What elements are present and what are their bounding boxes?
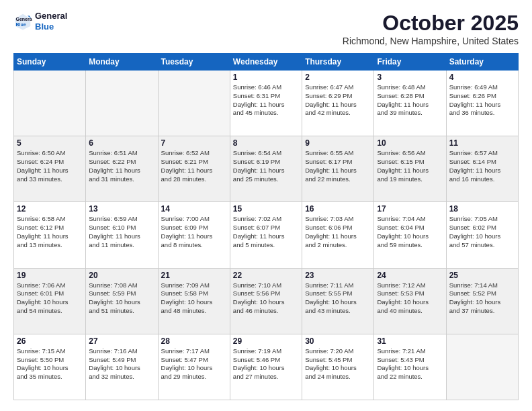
day-number: 24 xyxy=(377,271,443,280)
table-row xyxy=(86,71,158,136)
day-info: Sunrise: 6:52 AM Sunset: 6:21 PM Dayligh… xyxy=(161,149,227,183)
day-number: 14 xyxy=(161,204,227,214)
day-info: Sunrise: 7:00 AM Sunset: 6:09 PM Dayligh… xyxy=(161,215,227,249)
day-number: 29 xyxy=(233,336,299,346)
day-info: Sunrise: 6:56 AM Sunset: 6:15 PM Dayligh… xyxy=(377,149,443,183)
day-info: Sunrise: 6:48 AM Sunset: 6:28 PM Dayligh… xyxy=(377,83,443,118)
day-info: Sunrise: 7:16 AM Sunset: 5:49 PM Dayligh… xyxy=(89,347,154,381)
day-info: Sunrise: 6:49 AM Sunset: 6:26 PM Dayligh… xyxy=(449,83,515,118)
calendar-week-row: 1Sunrise: 6:46 AM Sunset: 6:31 PM Daylig… xyxy=(14,71,519,136)
day-number: 26 xyxy=(17,336,83,346)
day-number: 25 xyxy=(449,271,515,280)
day-info: Sunrise: 7:02 AM Sunset: 6:07 PM Dayligh… xyxy=(233,215,299,249)
table-row: 29Sunrise: 7:19 AM Sunset: 5:46 PM Dayli… xyxy=(230,334,302,400)
day-info: Sunrise: 7:14 AM Sunset: 5:52 PM Dayligh… xyxy=(449,281,515,316)
table-row: 28Sunrise: 7:17 AM Sunset: 5:47 PM Dayli… xyxy=(158,334,230,400)
day-info: Sunrise: 7:20 AM Sunset: 5:45 PM Dayligh… xyxy=(305,347,371,381)
day-number: 13 xyxy=(89,204,154,214)
calendar-week-row: 26Sunrise: 7:15 AM Sunset: 5:50 PM Dayli… xyxy=(14,334,519,400)
table-row: 12Sunrise: 6:58 AM Sunset: 6:12 PM Dayli… xyxy=(14,202,86,268)
table-row: 8Sunrise: 6:54 AM Sunset: 6:19 PM Daylig… xyxy=(230,136,302,202)
day-number: 30 xyxy=(305,336,371,346)
table-row: 15Sunrise: 7:02 AM Sunset: 6:07 PM Dayli… xyxy=(230,202,302,268)
table-row xyxy=(14,71,86,136)
day-info: Sunrise: 6:58 AM Sunset: 6:12 PM Dayligh… xyxy=(17,215,83,249)
day-info: Sunrise: 6:54 AM Sunset: 6:19 PM Dayligh… xyxy=(233,149,299,183)
day-number: 3 xyxy=(377,73,443,82)
day-number: 9 xyxy=(305,138,371,148)
day-info: Sunrise: 7:04 AM Sunset: 6:04 PM Dayligh… xyxy=(377,215,443,249)
day-number: 28 xyxy=(161,336,227,346)
day-info: Sunrise: 7:09 AM Sunset: 5:58 PM Dayligh… xyxy=(161,281,227,316)
col-tuesday: Tuesday xyxy=(158,54,230,71)
day-info: Sunrise: 6:51 AM Sunset: 6:22 PM Dayligh… xyxy=(89,149,154,183)
day-number: 18 xyxy=(449,204,515,214)
table-row: 7Sunrise: 6:52 AM Sunset: 6:21 PM Daylig… xyxy=(158,136,230,202)
day-number: 31 xyxy=(377,336,443,346)
day-info: Sunrise: 7:08 AM Sunset: 5:59 PM Dayligh… xyxy=(89,281,154,316)
col-friday: Friday xyxy=(374,54,446,71)
day-info: Sunrise: 6:47 AM Sunset: 6:29 PM Dayligh… xyxy=(305,83,371,118)
logo: General Blue General Blue xyxy=(13,11,67,32)
day-number: 27 xyxy=(89,336,154,346)
table-row: 20Sunrise: 7:08 AM Sunset: 5:59 PM Dayli… xyxy=(86,268,158,334)
table-row: 3Sunrise: 6:48 AM Sunset: 6:28 PM Daylig… xyxy=(374,71,446,136)
month-title: October 2025 xyxy=(343,11,519,36)
table-row: 6Sunrise: 6:51 AM Sunset: 6:22 PM Daylig… xyxy=(86,136,158,202)
day-info: Sunrise: 7:21 AM Sunset: 5:43 PM Dayligh… xyxy=(377,347,443,381)
day-number: 22 xyxy=(233,271,299,280)
day-number: 11 xyxy=(449,138,515,148)
logo-icon: General Blue xyxy=(13,12,32,31)
day-info: Sunrise: 7:05 AM Sunset: 6:02 PM Dayligh… xyxy=(449,215,515,249)
table-row: 16Sunrise: 7:03 AM Sunset: 6:06 PM Dayli… xyxy=(302,202,374,268)
table-row: 18Sunrise: 7:05 AM Sunset: 6:02 PM Dayli… xyxy=(446,202,518,268)
header: General Blue General Blue October 2025 R… xyxy=(13,11,519,46)
day-info: Sunrise: 6:57 AM Sunset: 6:14 PM Dayligh… xyxy=(449,149,515,183)
day-number: 12 xyxy=(17,204,83,214)
logo-text-line1: General xyxy=(35,11,67,21)
title-block: October 2025 Richmond, New Hampshire, Un… xyxy=(343,11,519,46)
table-row: 2Sunrise: 6:47 AM Sunset: 6:29 PM Daylig… xyxy=(302,71,374,136)
day-number: 10 xyxy=(377,138,443,148)
day-number: 19 xyxy=(17,271,83,280)
day-number: 15 xyxy=(233,204,299,214)
day-info: Sunrise: 6:46 AM Sunset: 6:31 PM Dayligh… xyxy=(233,83,299,118)
table-row: 31Sunrise: 7:21 AM Sunset: 5:43 PM Dayli… xyxy=(374,334,446,400)
day-info: Sunrise: 6:59 AM Sunset: 6:10 PM Dayligh… xyxy=(89,215,154,249)
day-info: Sunrise: 7:11 AM Sunset: 5:55 PM Dayligh… xyxy=(305,281,371,316)
day-number: 2 xyxy=(305,73,371,82)
calendar-week-row: 5Sunrise: 6:50 AM Sunset: 6:24 PM Daylig… xyxy=(14,136,519,202)
table-row: 27Sunrise: 7:16 AM Sunset: 5:49 PM Dayli… xyxy=(86,334,158,400)
table-row: 17Sunrise: 7:04 AM Sunset: 6:04 PM Dayli… xyxy=(374,202,446,268)
day-number: 21 xyxy=(161,271,227,280)
table-row: 25Sunrise: 7:14 AM Sunset: 5:52 PM Dayli… xyxy=(446,268,518,334)
day-info: Sunrise: 6:55 AM Sunset: 6:17 PM Dayligh… xyxy=(305,149,371,183)
table-row xyxy=(446,334,518,400)
table-row: 1Sunrise: 6:46 AM Sunset: 6:31 PM Daylig… xyxy=(230,71,302,136)
day-info: Sunrise: 7:12 AM Sunset: 5:53 PM Dayligh… xyxy=(377,281,443,316)
table-row: 30Sunrise: 7:20 AM Sunset: 5:45 PM Dayli… xyxy=(302,334,374,400)
table-row: 5Sunrise: 6:50 AM Sunset: 6:24 PM Daylig… xyxy=(14,136,86,202)
table-row: 11Sunrise: 6:57 AM Sunset: 6:14 PM Dayli… xyxy=(446,136,518,202)
table-row: 10Sunrise: 6:56 AM Sunset: 6:15 PM Dayli… xyxy=(374,136,446,202)
day-number: 20 xyxy=(89,271,154,280)
day-number: 8 xyxy=(233,138,299,148)
day-number: 17 xyxy=(377,204,443,214)
col-saturday: Saturday xyxy=(446,54,518,71)
day-number: 4 xyxy=(449,73,515,82)
table-row xyxy=(158,71,230,136)
calendar-week-row: 19Sunrise: 7:06 AM Sunset: 6:01 PM Dayli… xyxy=(14,268,519,334)
calendar-header-row: Sunday Monday Tuesday Wednesday Thursday… xyxy=(14,54,519,71)
table-row: 26Sunrise: 7:15 AM Sunset: 5:50 PM Dayli… xyxy=(14,334,86,400)
day-info: Sunrise: 7:03 AM Sunset: 6:06 PM Dayligh… xyxy=(305,215,371,249)
day-info: Sunrise: 7:19 AM Sunset: 5:46 PM Dayligh… xyxy=(233,347,299,381)
table-row: 22Sunrise: 7:10 AM Sunset: 5:56 PM Dayli… xyxy=(230,268,302,334)
logo-text-line2: Blue xyxy=(35,21,67,32)
col-wednesday: Wednesday xyxy=(230,54,302,71)
day-info: Sunrise: 7:17 AM Sunset: 5:47 PM Dayligh… xyxy=(161,347,227,381)
day-number: 7 xyxy=(161,138,227,148)
day-info: Sunrise: 7:06 AM Sunset: 6:01 PM Dayligh… xyxy=(17,281,83,316)
table-row: 14Sunrise: 7:00 AM Sunset: 6:09 PM Dayli… xyxy=(158,202,230,268)
table-row: 24Sunrise: 7:12 AM Sunset: 5:53 PM Dayli… xyxy=(374,268,446,334)
calendar-table: Sunday Monday Tuesday Wednesday Thursday… xyxy=(13,53,519,400)
